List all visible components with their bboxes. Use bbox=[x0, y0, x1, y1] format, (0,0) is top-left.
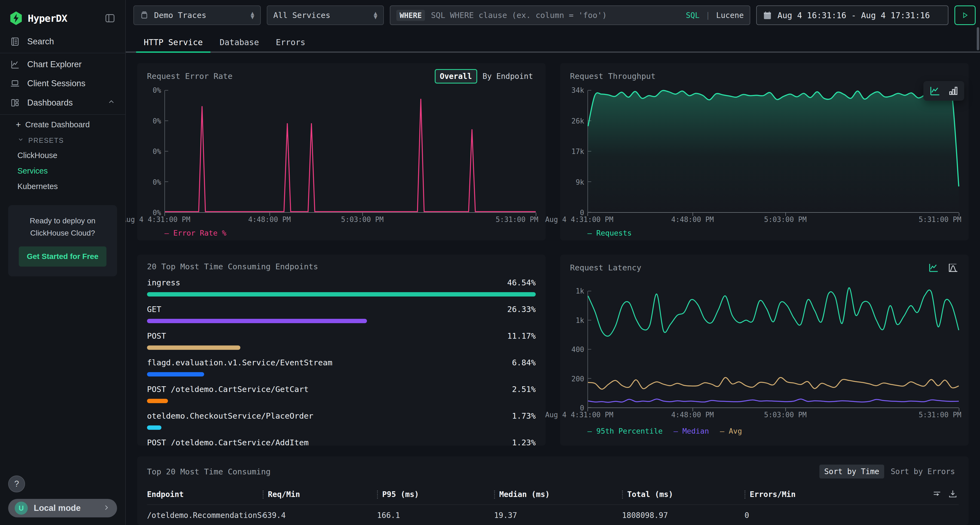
download-icon[interactable] bbox=[948, 489, 958, 501]
sidebar-item-chart-explorer[interactable]: Chart Explorer bbox=[0, 55, 125, 74]
chart-explorer-icon bbox=[10, 60, 20, 69]
error-rate-chart[interactable] bbox=[164, 90, 536, 213]
top-time-consuming-table-panel: Top 20 Most Time Consuming Sort by Time … bbox=[137, 457, 969, 525]
y-tick-label: 26k bbox=[571, 117, 584, 125]
sql-mode-toggle[interactable]: SQL bbox=[686, 11, 700, 20]
presets-group-toggle[interactable]: PRESETS bbox=[0, 133, 125, 148]
run-query-button[interactable] bbox=[955, 5, 976, 25]
panel-title: Request Error Rate bbox=[147, 71, 232, 81]
service-select-value: All Services bbox=[273, 11, 331, 20]
clickhouse-cloud-promo: Ready to deploy on ClickHouse Cloud? Get… bbox=[8, 205, 117, 276]
table-row[interactable]: /oteldemo.RecommendationServ639.4166.119… bbox=[147, 504, 959, 525]
x-tick-label: Aug 4 4:31:00 PM bbox=[545, 216, 613, 224]
create-dashboard-button[interactable]: + Create Dashboard bbox=[0, 116, 125, 133]
sidebar-item-label: Chart Explorer bbox=[27, 60, 82, 69]
latency-chart[interactable] bbox=[587, 291, 959, 408]
endpoint-row[interactable]: POST /oteldemo.CartService/GetCart2.51% bbox=[147, 384, 536, 403]
search-placeholder: SQL WHERE clause (ex. column = 'foo') bbox=[431, 11, 680, 20]
help-button[interactable]: ? bbox=[8, 476, 25, 492]
x-tick-label: 5:31:00 PM bbox=[919, 216, 961, 224]
throughput-legend: — Requests bbox=[587, 228, 959, 238]
endpoint-bar bbox=[147, 292, 536, 297]
service-select[interactable]: All Services ▲▼ bbox=[267, 5, 384, 25]
sidebar-item-clickhouse[interactable]: ClickHouse bbox=[0, 148, 125, 163]
x-tick-label: 5:03:00 PM bbox=[764, 216, 807, 224]
endpoint-row[interactable]: GET26.33% bbox=[147, 304, 536, 323]
column-header[interactable]: Endpoint bbox=[147, 490, 184, 499]
sidebar-item-search[interactable]: Search bbox=[0, 32, 125, 51]
column-header[interactable]: P95 (ms) bbox=[382, 490, 419, 499]
table-cell: 19.37 bbox=[494, 511, 517, 520]
where-clause-input[interactable]: WHERE SQL WHERE clause (ex. column = 'fo… bbox=[390, 5, 750, 25]
throughput-chart[interactable] bbox=[587, 90, 959, 213]
bar-chart-icon[interactable] bbox=[948, 86, 959, 96]
user-menu[interactable]: U Local mode bbox=[8, 499, 117, 517]
x-tick-label: Aug 4 4:31:00 PM bbox=[545, 411, 613, 419]
endpoint-percent: 6.84% bbox=[512, 358, 536, 367]
column-header[interactable]: Median (ms) bbox=[499, 490, 550, 499]
tab-database[interactable]: Database bbox=[212, 33, 267, 53]
endpoint-label: ingress bbox=[147, 278, 180, 287]
logo-row: HyperDX bbox=[0, 0, 125, 32]
by-endpoint-button[interactable]: By Endpoint bbox=[480, 70, 536, 83]
endpoint-percent: 46.54% bbox=[507, 278, 536, 287]
data-source-select[interactable]: Demo Traces ▲▼ bbox=[134, 5, 261, 25]
error-rate-x-axis: Aug 4 4:31:00 PM4:48:00 PM5:03:00 PM5:31… bbox=[164, 213, 536, 224]
column-header[interactable]: Total (ms) bbox=[627, 490, 673, 499]
sidebar-item-kubernetes[interactable]: Kubernetes bbox=[0, 179, 125, 194]
dashboard-tabs: HTTP Service Database Errors bbox=[126, 27, 980, 53]
get-started-button[interactable]: Get Started for Free bbox=[19, 246, 107, 267]
request-error-rate-panel: Request Error Rate Overall By Endpoint 0… bbox=[137, 63, 546, 241]
histogram-icon[interactable] bbox=[947, 262, 959, 273]
y-tick-label: 0% bbox=[153, 117, 161, 125]
where-badge: WHERE bbox=[396, 10, 425, 21]
latency-x-axis: Aug 4 4:31:00 PM4:48:00 PM5:03:00 PM5:31… bbox=[587, 408, 959, 419]
endpoint-row[interactable]: ingress46.54% bbox=[147, 277, 536, 297]
endpoint-row[interactable]: POST11.17% bbox=[147, 330, 536, 350]
text-wrap-icon[interactable] bbox=[932, 489, 942, 501]
endpoint-bar bbox=[147, 372, 204, 376]
endpoint-row[interactable]: oteldemo.CheckoutService/PlaceOrder1.73% bbox=[147, 410, 536, 430]
x-tick-label: 5:03:00 PM bbox=[764, 411, 807, 419]
lucene-mode-toggle[interactable]: Lucene bbox=[716, 11, 744, 20]
overall-button[interactable]: Overall bbox=[435, 69, 477, 84]
endpoint-label: POST bbox=[147, 331, 166, 341]
series-line bbox=[588, 288, 959, 336]
series-line bbox=[588, 377, 959, 389]
sidebar-bottom: ? U Local mode bbox=[0, 476, 125, 525]
sidebar-item-dashboards[interactable]: Dashboards bbox=[0, 93, 125, 113]
column-header[interactable]: Errors/Min bbox=[750, 490, 796, 499]
collapse-sidebar-icon[interactable] bbox=[105, 13, 115, 24]
sidebar-item-label: Client Sessions bbox=[27, 79, 86, 89]
table-cell: 166.1 bbox=[377, 511, 400, 520]
series-line bbox=[588, 399, 959, 402]
tab-errors[interactable]: Errors bbox=[268, 33, 313, 53]
line-chart-icon[interactable] bbox=[928, 262, 939, 273]
legend-item: — Requests bbox=[587, 229, 632, 237]
top-endpoints-panel: 20 Top Most Time Consuming Endpoints ing… bbox=[137, 255, 546, 446]
sidebar-item-label: Dashboards bbox=[27, 98, 73, 108]
sidebar-item-services[interactable]: Services bbox=[0, 163, 125, 179]
x-tick-label: 5:03:00 PM bbox=[341, 216, 384, 224]
request-throughput-panel: Request Throughput 34k26k17k9k0 bbox=[560, 63, 969, 241]
table-body: /oteldemo.RecommendationServ639.4166.119… bbox=[147, 504, 959, 525]
column-header[interactable]: Req/Min bbox=[268, 490, 300, 499]
time-range-picker[interactable]: Aug 4 16:31:16 - Aug 4 17:31:16 bbox=[756, 5, 948, 25]
tab-http-service[interactable]: HTTP Service bbox=[136, 33, 210, 53]
y-tick-label: 1k bbox=[576, 316, 584, 325]
main-area: Demo Traces ▲▼ All Services ▲▼ WHERE SQL… bbox=[126, 0, 980, 525]
app-root: HyperDX Search Chart Explorer Client Ses… bbox=[0, 0, 980, 525]
latency-legend: — 95th Percentile— Median— Avg bbox=[587, 426, 959, 436]
sort-by-errors-button[interactable]: Sort by Errors bbox=[887, 465, 959, 479]
time-range-value: Aug 4 16:31:16 - Aug 4 17:31:16 bbox=[778, 11, 930, 20]
line-chart-icon[interactable] bbox=[929, 85, 941, 97]
sidebar-item-client-sessions[interactable]: Client Sessions bbox=[0, 74, 125, 93]
error-rate-y-axis: 0%0%0%0%0% bbox=[147, 90, 164, 213]
y-tick-label: 200 bbox=[571, 375, 584, 383]
sort-by-time-button[interactable]: Sort by Time bbox=[819, 465, 884, 479]
sidebar: HyperDX Search Chart Explorer Client Ses… bbox=[0, 0, 126, 525]
endpoint-row[interactable]: POST /oteldemo.CartService/AddItem1.23% bbox=[147, 437, 536, 446]
scrollbar-thumb[interactable] bbox=[977, 27, 979, 50]
endpoint-row[interactable]: flagd.evaluation.v1.Service/EventStream6… bbox=[147, 357, 536, 376]
x-tick-label: 5:31:00 PM bbox=[919, 411, 961, 419]
